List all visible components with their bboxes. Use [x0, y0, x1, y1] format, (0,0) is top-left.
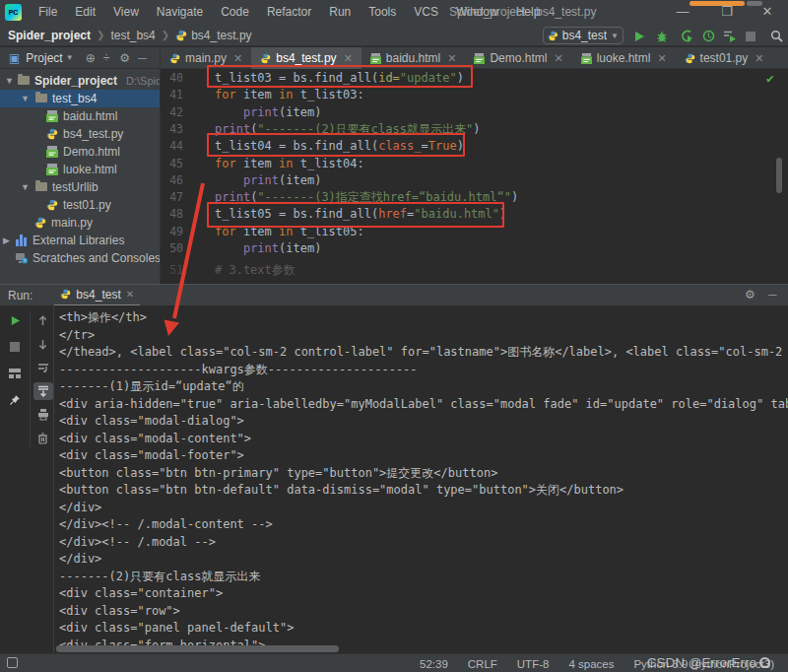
tree-item-external-libraries[interactable]: ▶ External Libraries: [0, 232, 160, 249]
concurrency-diagram-button[interactable]: [720, 28, 738, 44]
scroll-to-end-icon[interactable]: [33, 382, 53, 400]
profiler-button[interactable]: [678, 28, 695, 44]
close-button[interactable]: ✕: [751, 0, 784, 25]
menu-vcs[interactable]: VCS: [405, 0, 447, 25]
menu-refactor[interactable]: Refactor: [258, 0, 320, 25]
line-number: 42: [162, 104, 183, 121]
line-number: 51: [162, 262, 183, 279]
debug-button[interactable]: [653, 28, 671, 44]
gear-icon[interactable]: ⚙: [119, 51, 130, 65]
tree-item-spider-project[interactable]: ▼ Spider_project D:\Spider_: [0, 72, 160, 90]
code-editor[interactable]: 40t_list03 = bs.find_all(id="update") 41…: [162, 69, 788, 284]
chevron-down-icon: ▼: [611, 32, 619, 40]
inspections-ok-icon[interactable]: ✔: [766, 71, 774, 86]
chevron-down-icon[interactable]: ▼: [21, 178, 30, 196]
hide-panel-icon[interactable]: ─: [768, 288, 777, 302]
close-icon[interactable]: ✕: [554, 52, 562, 65]
console-output[interactable]: <th>操作</th> </tr> </thead>, <label class…: [55, 307, 788, 646]
tool-window-toggle-icon[interactable]: [7, 657, 18, 668]
line-number: 49: [162, 224, 183, 240]
gear-icon[interactable]: ⚙: [745, 288, 755, 302]
close-icon[interactable]: ✕: [344, 52, 353, 65]
console-line: <div class="modal-content">: [59, 431, 251, 448]
breadcrumb-file[interactable]: bs4_test.py: [191, 29, 251, 42]
console-line: <div class="modal-footer">: [59, 447, 244, 465]
tree-item-test-bs4[interactable]: ▼ test_bs4: [0, 90, 160, 107]
caret-position[interactable]: 52:39: [420, 658, 448, 670]
tree-item-test01-py[interactable]: test01.py: [0, 196, 160, 214]
window-title: Spider_project - bs4_test.py: [449, 0, 596, 25]
console-line: -------(2)只要有class就显示出来: [59, 569, 260, 586]
code-line: for item in t_list03:: [215, 87, 364, 103]
tree-item-main-py[interactable]: main.py: [0, 214, 160, 232]
search-everywhere-icon[interactable]: [767, 28, 785, 44]
print-icon[interactable]: [33, 406, 53, 424]
html-file-icon: [581, 53, 592, 64]
console-line: <button class="btn btn-default" data-dis…: [59, 482, 624, 500]
tree-item-baidu-html[interactable]: baidu.html: [0, 107, 160, 125]
menu-run[interactable]: Run: [320, 0, 360, 25]
tab-test01-py[interactable]: test01.py✕: [676, 47, 773, 69]
locate-file-icon[interactable]: ⊕: [86, 51, 96, 65]
console-horizontal-scrollbar[interactable]: [56, 645, 339, 652]
file-encoding[interactable]: UTF-8: [517, 658, 550, 670]
run-panel: <th>操作</th> </tr> </thead>, <label class…: [0, 305, 788, 653]
tab-demo-html[interactable]: Demo.html✕: [465, 47, 571, 69]
run-tab-bs4-test[interactable]: bs4_test ✕: [54, 285, 140, 306]
breadcrumb-project[interactable]: Spider_project: [8, 29, 91, 42]
annotation-box-line48: [207, 202, 504, 228]
pycharm-window: PC File Edit View Navigate Code Refactor…: [0, 0, 788, 672]
close-icon[interactable]: ✕: [233, 52, 242, 65]
stop-button[interactable]: [742, 28, 759, 44]
tree-item-scratches[interactable]: Scratches and Consoles: [0, 249, 160, 267]
close-icon[interactable]: ✕: [126, 289, 134, 300]
soft-wrap-icon[interactable]: [33, 359, 53, 376]
code-line: print(item): [215, 104, 321, 121]
minimize-button[interactable]: —: [666, 0, 699, 25]
console-line: <div class="modal-dialog">: [59, 413, 244, 431]
menu-code[interactable]: Code: [212, 0, 258, 25]
close-icon[interactable]: ✕: [657, 52, 666, 65]
clear-console-icon[interactable]: [33, 430, 53, 447]
menu-tools[interactable]: Tools: [360, 0, 405, 25]
menu-view[interactable]: View: [104, 0, 148, 25]
console-line: <div class="panel panel-default">: [59, 620, 294, 638]
menu-edit[interactable]: Edit: [66, 0, 104, 25]
rerun-button[interactable]: [5, 311, 25, 329]
run-configuration-selector[interactable]: bs4_test ▼: [543, 27, 624, 44]
line-ending[interactable]: CRLF: [468, 658, 497, 670]
html-file-icon: [474, 53, 485, 64]
tab-label: main.py: [185, 51, 227, 65]
code-line: # 3.text参数: [215, 262, 296, 279]
menu-file[interactable]: File: [30, 0, 66, 25]
down-stack-trace-icon[interactable]: [33, 335, 53, 353]
run-button[interactable]: [630, 28, 648, 44]
breadcrumb-folder[interactable]: test_bs4: [110, 29, 155, 42]
close-icon[interactable]: ✕: [755, 52, 763, 65]
close-icon[interactable]: ✕: [447, 52, 456, 65]
collapse-all-icon[interactable]: ÷: [103, 51, 110, 65]
project-panel-title[interactable]: Project: [26, 51, 62, 65]
tree-item-demo-html[interactable]: Demo.html: [0, 143, 160, 161]
coverage-button[interactable]: [699, 28, 717, 44]
stop-button[interactable]: [5, 338, 25, 356]
tab-luoke-html[interactable]: luoke.html✕: [572, 47, 676, 69]
tree-item-testurllib[interactable]: ▼ testUrllib: [0, 178, 160, 196]
up-stack-trace-icon[interactable]: [33, 311, 53, 329]
restore-layout-icon[interactable]: [5, 365, 25, 382]
maximize-button[interactable]: ❒: [710, 0, 744, 25]
editor-scrollbar[interactable]: [776, 158, 782, 193]
indent-setting[interactable]: 4 spaces: [568, 658, 614, 670]
chevron-down-icon[interactable]: ▼: [5, 72, 14, 90]
chevron-right-icon[interactable]: ▶: [3, 232, 10, 249]
chevron-down-icon[interactable]: ▼: [21, 90, 30, 107]
tab-label: bs4_test.py: [276, 51, 336, 65]
run-config-name: bs4_test: [562, 29, 607, 42]
code-line: for item in t_list04:: [215, 156, 364, 172]
tree-item-bs4-test-py[interactable]: bs4_test.py: [0, 125, 160, 143]
tree-item-luoke-html[interactable]: luoke.html: [0, 161, 160, 178]
console-line: </div>: [59, 551, 101, 569]
pin-icon[interactable]: [5, 391, 25, 409]
hide-panel-icon[interactable]: ─: [138, 51, 147, 65]
menu-navigate[interactable]: Navigate: [148, 0, 212, 25]
